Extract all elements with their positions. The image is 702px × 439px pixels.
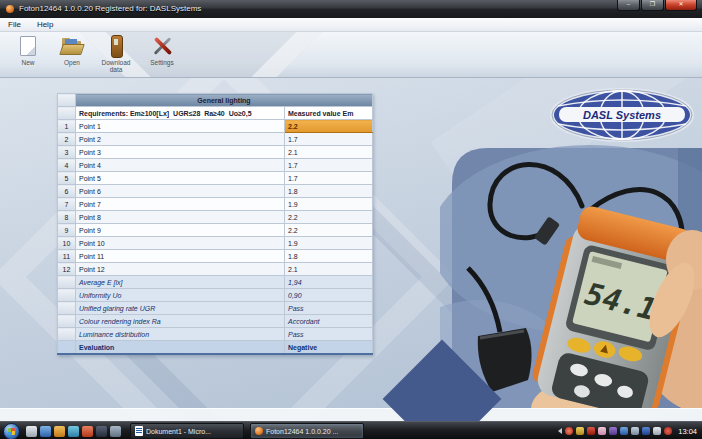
evaluation-row: Evaluation Negative <box>58 341 373 355</box>
table-header-row: Requirements: Em≥100[Lx] UGR≤28 Ra≥40 Uo… <box>58 107 373 120</box>
start-button[interactable] <box>3 423 20 439</box>
bottom-band <box>0 408 702 421</box>
tray-icon[interactable] <box>664 427 672 435</box>
luxmeter-photo: 54.1 <box>440 140 702 408</box>
tray-icon[interactable] <box>565 427 573 435</box>
window-title: Foton12464 1.0.0.20 Registered for: DASL… <box>19 0 201 18</box>
summary-row[interactable]: Average E [lx] 1,94 <box>58 276 373 289</box>
summary-row[interactable]: Uniformity Uo 0,90 <box>58 289 373 302</box>
table-row[interactable]: 11 Point 11 1.8 <box>58 250 373 263</box>
table-row[interactable]: 3 Point 3 2.1 <box>58 146 373 159</box>
download-data-button[interactable]: Download data <box>94 35 138 73</box>
table-row[interactable]: 12 Point 12 2.1 <box>58 263 373 276</box>
table-row[interactable]: 9 Point 9 2.2 <box>58 224 373 237</box>
word-document-icon <box>135 426 143 436</box>
system-tray: 13:04 <box>558 427 702 436</box>
download-data-icon <box>105 35 127 57</box>
toolbar: New Open Download data Settings <box>0 32 702 78</box>
menu-help[interactable]: Help <box>29 18 61 31</box>
dasl-systems-logo: DASL Systems <box>549 88 695 143</box>
new-document-icon <box>17 35 39 57</box>
summary-row[interactable]: Luminance distribution Pass <box>58 328 373 341</box>
table-row[interactable]: 8 Point 8 2.2 <box>58 211 373 224</box>
tray-icon[interactable] <box>631 427 639 435</box>
measured-value-header: Measured value Em <box>285 107 373 120</box>
requirements-header: Requirements: Em≥100[Lx] UGR≤28 Ra≥40 Uo… <box>76 107 285 120</box>
windows-flag-icon <box>8 428 15 435</box>
quicklaunch-icon[interactable] <box>26 426 37 437</box>
minimize-button[interactable]: – <box>617 0 640 11</box>
open-button[interactable]: Open <box>50 35 94 66</box>
maximize-button[interactable]: ❐ <box>641 0 664 11</box>
close-button[interactable]: ✕ <box>665 0 697 11</box>
tray-icon[interactable] <box>587 427 595 435</box>
table-row[interactable]: 10 Point 10 1.9 <box>58 237 373 250</box>
quicklaunch-icon[interactable] <box>68 426 79 437</box>
table-row[interactable]: 7 Point 7 1.9 <box>58 198 373 211</box>
client-area: 54.1 DASL Sys <box>0 77 702 421</box>
settings-button[interactable]: Settings <box>140 35 184 66</box>
taskbar-clock[interactable]: 13:04 <box>678 427 697 436</box>
logo-text: DASL Systems <box>583 109 661 121</box>
results-table: General lighting Requirements: Em≥100[Lx… <box>57 93 373 355</box>
app-icon <box>6 5 14 13</box>
quicklaunch-icon[interactable] <box>96 426 107 437</box>
tray-icon[interactable] <box>609 427 617 435</box>
quicklaunch-icon[interactable] <box>82 426 93 437</box>
quicklaunch-icon[interactable] <box>54 426 65 437</box>
new-button[interactable]: New <box>6 35 50 66</box>
tray-icon[interactable] <box>642 427 650 435</box>
foton-app-icon <box>255 427 263 435</box>
tray-icon[interactable] <box>576 427 584 435</box>
tray-icon[interactable] <box>620 427 628 435</box>
table-row[interactable]: 6 Point 6 1.8 <box>58 185 373 198</box>
tray-icon[interactable] <box>598 427 606 435</box>
table-row[interactable]: 5 Point 5 1.7 <box>58 172 373 185</box>
table-title: General lighting <box>76 94 373 107</box>
taskbar: Dokument1 - Micro... Foton12464 1.0.0.20… <box>0 421 702 439</box>
summary-row[interactable]: Colour rendering index Ra Accordant <box>58 315 373 328</box>
table-row[interactable]: 4 Point 4 1.7 <box>58 159 373 172</box>
table-title-row: General lighting <box>58 94 373 107</box>
menu-file[interactable]: File <box>0 18 29 31</box>
table-row[interactable]: 2 Point 2 1.7 <box>58 133 373 146</box>
settings-icon <box>151 35 173 57</box>
quicklaunch-icon[interactable] <box>110 426 121 437</box>
open-folder-icon <box>61 35 83 57</box>
application-window: Foton12464 1.0.0.20 Registered for: DASL… <box>0 0 702 439</box>
quicklaunch-icon[interactable] <box>40 426 51 437</box>
evaluation-label: Evaluation <box>76 341 285 355</box>
table-row[interactable]: 1 Point 1 2.2 <box>58 120 373 133</box>
tray-overflow-chevron[interactable] <box>558 428 562 434</box>
title-bar: Foton12464 1.0.0.20 Registered for: DASL… <box>0 0 702 18</box>
tray-icon[interactable] <box>653 427 661 435</box>
taskbar-task-word[interactable]: Dokument1 - Micro... <box>130 423 244 439</box>
evaluation-result: Negative <box>285 341 373 355</box>
taskbar-task-foton[interactable]: Foton12464 1.0.0.20 ... <box>250 423 364 439</box>
selected-cell[interactable]: 2.2 <box>285 120 373 133</box>
summary-row[interactable]: Unified glaring rate UGR Pass <box>58 302 373 315</box>
menu-bar: File Help <box>0 18 702 32</box>
